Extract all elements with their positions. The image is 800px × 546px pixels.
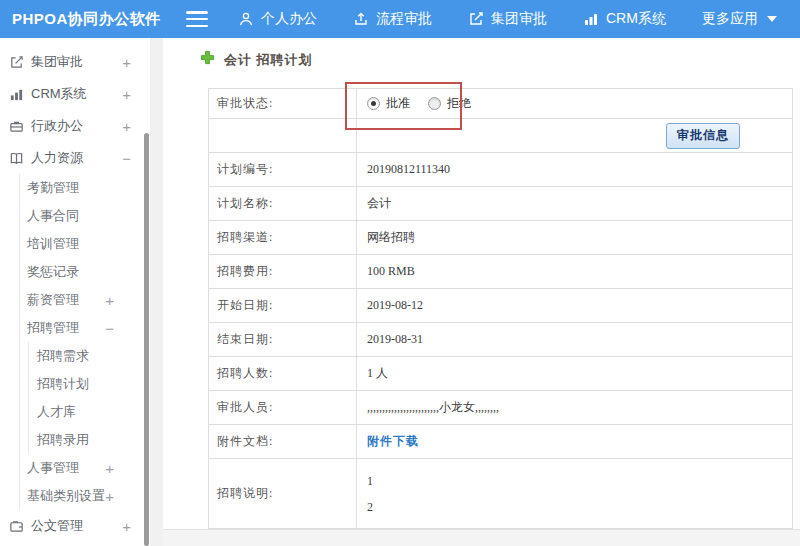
field-label: 计划名称: xyxy=(209,187,357,221)
description-row: 招聘说明: 1 2 xyxy=(209,459,793,529)
sidebar-item-recruit-mgmt[interactable]: 招聘管理 − xyxy=(20,314,150,342)
field-label: 附件文档: xyxy=(209,425,357,459)
process-approval-icon xyxy=(353,11,369,27)
description-line: 2 xyxy=(367,494,792,520)
sidebar-item-recruit-demand[interactable]: 招聘需求 xyxy=(29,342,150,370)
sidebar-item-document-mgmt[interactable]: 公文管理 + xyxy=(0,510,150,542)
field-label: 审批人员: xyxy=(209,391,357,425)
sidebar: 集团审批 + CRM系统 + 行政办公 + 人力资源 − 考勤管理 xyxy=(0,38,150,546)
app-logo: PHPOA协同办公软件 xyxy=(0,10,186,29)
table-row: 招聘费用: 100 RMB xyxy=(209,255,793,289)
reject-radio-option[interactable]: 拒绝 xyxy=(428,95,471,112)
edit-square-icon xyxy=(468,11,484,27)
expand-toggle[interactable]: + xyxy=(122,118,150,135)
add-plus-icon xyxy=(200,50,215,69)
sidebar-item-human-resources[interactable]: 人力资源 − xyxy=(0,142,150,174)
approval-status-row: 审批状态: 批准 拒绝 xyxy=(209,89,793,119)
field-label: 招聘说明: xyxy=(209,459,357,529)
bar-chart-icon xyxy=(583,11,599,27)
field-label: 招聘费用: xyxy=(209,255,357,289)
field-value: 2019-08-31 xyxy=(357,323,793,357)
description-line: 1 xyxy=(367,468,792,494)
hr-submenu: 考勤管理 人事合同 培训管理 奖惩记录 薪资管理 + 招聘管理 − 招聘需求 招… xyxy=(19,174,150,510)
empty-label-cell xyxy=(209,119,357,153)
sidebar-item-personnel-mgmt[interactable]: 人事管理 + xyxy=(20,454,150,482)
field-value: 20190812111340 xyxy=(357,153,793,187)
table-row: 开始日期: 2019-08-12 xyxy=(209,289,793,323)
table-row: 计划编号: 20190812111340 xyxy=(209,153,793,187)
field-value: 网络招聘 xyxy=(357,221,793,255)
field-value: 2019-08-12 xyxy=(357,289,793,323)
field-value: ,,,,,,,,,,,,,,,,,,,,,,,,小龙女,,,,,,,, xyxy=(357,391,793,425)
book-icon xyxy=(8,151,24,166)
sidebar-item-vehicle-mgmt[interactable]: 用车管理 + xyxy=(0,542,150,546)
table-row: 结束日期: 2019-08-31 xyxy=(209,323,793,357)
content-panel: 会计 招聘计划 审批状态: 批准 拒绝 xyxy=(163,38,800,546)
table-row: 审批人员: ,,,,,,,,,,,,,,,,,,,,,,,,小龙女,,,,,,,… xyxy=(209,391,793,425)
sidebar-item-hr-contract[interactable]: 人事合同 xyxy=(20,202,150,230)
table-row: 招聘人数: 1 人 xyxy=(209,357,793,391)
sidebar-item-training[interactable]: 培训管理 xyxy=(20,230,150,258)
field-label: 开始日期: xyxy=(209,289,357,323)
nav-crm-system[interactable]: CRM系统 xyxy=(583,10,666,28)
recruit-plan-form: 审批状态: 批准 拒绝 xyxy=(208,88,793,529)
sidebar-item-base-category[interactable]: 基础类别设置 + xyxy=(20,482,150,510)
hamburger-menu-icon[interactable] xyxy=(186,11,208,27)
attachment-download-link[interactable]: 附件下载 xyxy=(367,434,419,448)
recruit-submenu: 招聘需求 招聘计划 人才库 招聘录用 xyxy=(28,342,150,454)
caret-down-icon xyxy=(767,16,777,22)
sidebar-item-talent-pool[interactable]: 人才库 xyxy=(29,398,150,426)
page-title: 会计 招聘计划 xyxy=(200,50,313,69)
expand-toggle[interactable]: + xyxy=(122,86,150,103)
sidebar-item-admin-office[interactable]: 行政办公 + xyxy=(0,110,150,142)
sidebar-scrollbar[interactable] xyxy=(144,133,149,546)
person-icon xyxy=(238,11,254,27)
sidebar-item-group-approval[interactable]: 集团审批 + xyxy=(0,46,150,78)
attachment-row: 附件文档: 附件下载 xyxy=(209,425,793,459)
nav-group-approval[interactable]: 集团审批 xyxy=(468,10,547,28)
edit-square-icon xyxy=(8,55,24,70)
sidebar-item-recruit-plan[interactable]: 招聘计划 xyxy=(29,370,150,398)
nav-more-apps[interactable]: 更多应用 xyxy=(702,10,777,28)
field-label: 结束日期: xyxy=(209,323,357,357)
radio-reject[interactable] xyxy=(428,97,441,110)
field-label: 招聘人数: xyxy=(209,357,357,391)
nav-process-approval[interactable]: 流程审批 xyxy=(353,10,432,28)
field-label: 审批状态: xyxy=(209,89,357,119)
sidebar-item-attendance[interactable]: 考勤管理 xyxy=(20,174,150,202)
field-value: 会计 xyxy=(357,187,793,221)
top-nav: 个人办公 流程审批 集团审批 xyxy=(238,10,777,28)
folder-icon xyxy=(8,519,24,534)
sidebar-item-recruit-hire[interactable]: 招聘录用 xyxy=(29,426,150,454)
nav-personal-office[interactable]: 个人办公 xyxy=(238,10,317,28)
main-area: 会计 招聘计划 审批状态: 批准 拒绝 xyxy=(150,38,800,546)
sidebar-item-crm[interactable]: CRM系统 + xyxy=(0,78,150,110)
bar-chart-icon xyxy=(8,87,24,102)
briefcase-icon xyxy=(8,119,24,134)
table-row: 招聘渠道: 网络招聘 xyxy=(209,221,793,255)
table-row: 计划名称: 会计 xyxy=(209,187,793,221)
approve-radio-option[interactable]: 批准 xyxy=(367,95,410,112)
radio-approve[interactable] xyxy=(367,97,380,110)
field-value: 1 人 xyxy=(357,357,793,391)
bottom-strip xyxy=(163,529,800,546)
expand-toggle[interactable]: + xyxy=(122,54,150,71)
field-label: 招聘渠道: xyxy=(209,221,357,255)
topbar: PHPOA协同办公软件 个人办公 流程审批 xyxy=(0,0,800,38)
approval-info-button[interactable]: 审批信息 xyxy=(666,123,740,149)
approval-button-row: 审批信息 xyxy=(209,119,793,153)
sidebar-item-salary[interactable]: 薪资管理 + xyxy=(20,286,150,314)
field-label: 计划编号: xyxy=(209,153,357,187)
sidebar-item-reward-punishment[interactable]: 奖惩记录 xyxy=(20,258,150,286)
field-value: 100 RMB xyxy=(357,255,793,289)
